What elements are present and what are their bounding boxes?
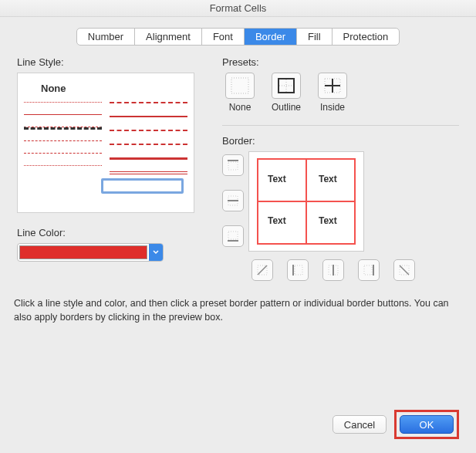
line-style-medium-dash[interactable] <box>110 130 187 133</box>
border-right-button[interactable] <box>358 259 380 281</box>
border-diag-down-button[interactable] <box>393 259 415 281</box>
diagonal-up-icon <box>255 263 269 277</box>
line-style-dash[interactable] <box>24 140 102 142</box>
border-middle-h-icon <box>226 194 240 208</box>
preset-inside[interactable] <box>318 73 347 99</box>
preview-cell-text: Text <box>268 174 286 184</box>
preview-cell-text: Text <box>319 174 337 184</box>
divider <box>222 125 459 126</box>
line-style-picker[interactable]: None <box>17 73 194 213</box>
tab-number[interactable]: Number <box>77 29 135 45</box>
line-style-short-dash[interactable] <box>24 153 102 154</box>
border-top-icon <box>226 158 240 172</box>
svg-line-22 <box>400 265 409 275</box>
border-section-label: Border: <box>222 135 459 147</box>
ok-button-highlight: OK <box>394 410 459 439</box>
border-diag-up-button[interactable] <box>252 259 273 281</box>
line-style-thick[interactable] <box>110 157 187 161</box>
svg-rect-19 <box>364 265 372 275</box>
preview-cell-text: Text <box>319 215 337 226</box>
line-style-heavy-dash-dot[interactable] <box>110 102 187 105</box>
line-style-heavy-dash[interactable] <box>110 144 187 147</box>
border-left-button[interactable] <box>287 259 309 281</box>
border-preview-grid <box>257 158 356 245</box>
hint-text: Click a line style and color, and then c… <box>0 281 476 324</box>
svg-rect-16 <box>295 265 302 275</box>
line-style-thin[interactable] <box>24 114 102 116</box>
preset-none[interactable] <box>225 73 255 99</box>
line-style-none[interactable]: None <box>41 83 187 94</box>
border-preview[interactable]: Text Text Text Text <box>248 151 364 252</box>
tab-bar: Number Alignment Font Border Fill Protec… <box>0 28 476 46</box>
tab-alignment[interactable]: Alignment <box>135 29 202 45</box>
line-style-dash-dot[interactable] <box>24 127 102 130</box>
preview-cell-text: Text <box>268 215 286 226</box>
line-style-label: Line Style: <box>17 56 194 68</box>
preset-none-icon <box>230 76 250 95</box>
svg-line-14 <box>258 265 267 275</box>
preset-outline[interactable] <box>272 73 301 99</box>
presets-label: Presets: <box>222 56 459 68</box>
line-color-label: Line Color: <box>17 227 194 238</box>
line-color-dropdown[interactable] <box>17 243 164 262</box>
border-left-icon <box>291 263 305 277</box>
border-right-icon <box>362 263 376 277</box>
border-top-button[interactable] <box>222 154 244 176</box>
svg-rect-8 <box>228 162 238 170</box>
preset-none-label: None <box>229 102 252 113</box>
line-style-dotted-thin[interactable] <box>24 102 102 103</box>
border-bottom-icon <box>226 229 240 243</box>
preset-outline-icon <box>276 76 296 95</box>
chevron-down-icon[interactable] <box>149 244 163 261</box>
border-bottom-button[interactable] <box>222 225 244 247</box>
tab-fill[interactable]: Fill <box>297 29 333 45</box>
tab-font[interactable]: Font <box>202 29 245 45</box>
diagonal-down-icon <box>397 263 411 277</box>
cancel-button[interactable]: Cancel <box>333 415 387 434</box>
window-title: Format Cells <box>0 0 476 17</box>
preset-inside-icon <box>322 76 343 95</box>
line-color-swatch <box>19 245 147 259</box>
preset-inside-label: Inside <box>320 102 345 113</box>
tab-border[interactable]: Border <box>245 29 297 45</box>
line-style-fine-dot[interactable] <box>24 165 102 167</box>
svg-rect-0 <box>231 78 248 93</box>
border-middle-v-icon <box>326 263 340 277</box>
line-style-selection-highlight <box>101 178 184 194</box>
preset-outline-label: Outline <box>272 102 301 113</box>
tab-protection[interactable]: Protection <box>333 29 400 45</box>
line-style-medium[interactable] <box>110 116 187 119</box>
border-middle-v-button[interactable] <box>322 259 344 281</box>
border-middle-h-button[interactable] <box>222 190 244 211</box>
svg-rect-11 <box>228 232 238 239</box>
line-style-double[interactable] <box>110 171 187 174</box>
ok-button[interactable]: OK <box>400 415 454 434</box>
